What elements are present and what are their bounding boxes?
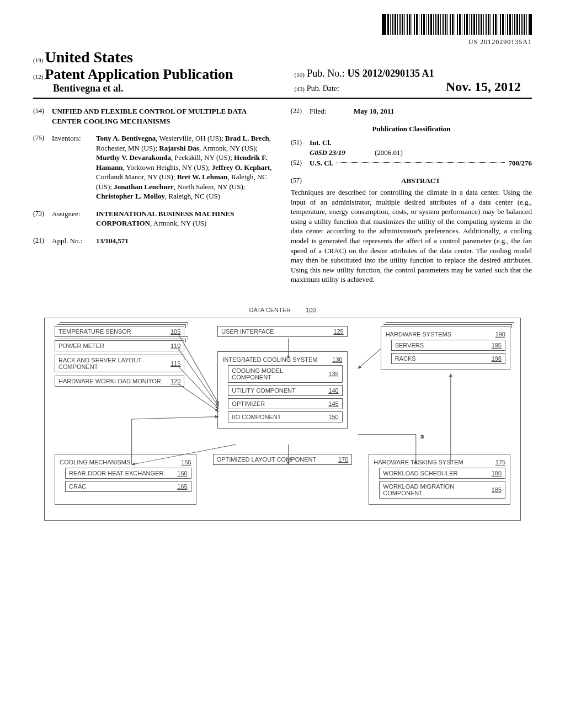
diagram-col-2: USER INTERFACE125 INTEGRATED COOLING SYS… [217, 326, 347, 432]
uscl-value: 700/276 [508, 158, 532, 168]
document-header: (19) United States (12) Patent Applicati… [33, 49, 532, 99]
user-interface-box: USER INTERFACE125 [217, 326, 347, 337]
intcl-label: Int. Cl. [310, 138, 331, 147]
prefix-52: (52) [291, 158, 310, 168]
cooling-mechanisms-box: COOLING MECHANISMS155 REAR-DOOR HEAT EXC… [55, 454, 196, 505]
migration-box: WORKLOAD MIGRATION COMPONENT185 [379, 481, 505, 499]
intcl-code: G05D 23/19 [310, 148, 345, 157]
utility-component-box: UTILITY COMPONENT140 [228, 385, 342, 396]
io-component-box: I/O COMPONENT150 [228, 411, 342, 422]
racks-box: RACKS198 [391, 353, 505, 364]
leader-dots [337, 162, 505, 163]
barcode-icon [382, 14, 532, 35]
right-column: (22) Filed: May 10, 2011 Publication Cla… [291, 106, 532, 285]
cooling-model-box: COOLING MODEL COMPONENT135 [228, 365, 342, 383]
country-name: United States [45, 49, 133, 66]
rdhx-box: REAR-DOOR HEAT EXCHANGER160 [65, 468, 191, 479]
prefix-54: (54) [33, 106, 52, 126]
diagram-col-3: HARDWARE SYSTEMS190 SERVERS195 RACKS198 [381, 326, 510, 373]
diagram-title-num: 100 [306, 307, 316, 313]
scheduler-box: WORKLOAD SCHEDULER180 [379, 468, 505, 479]
prefix-22: (22) [291, 106, 310, 116]
pub-no: US 2012/0290135 A1 [347, 68, 434, 79]
patent-page: US 20120290135A1 (19) United States (12)… [0, 0, 565, 543]
prefix-19: (19) [33, 57, 43, 63]
bibliographic-columns: (54) UNIFIED AND FLEXIBLE CONTROL OF MUL… [33, 106, 532, 285]
inventors-label: Inventors: [52, 133, 96, 201]
authors-line: Bentivegna et al. [33, 83, 295, 94]
appl-no-label: Appl. No.: [52, 236, 96, 246]
prefix-73: (73) [33, 209, 52, 228]
doc-type: Patent Application Publication [45, 66, 233, 82]
pub-classification-heading: Publication Classification [291, 124, 532, 134]
prefix-43: (43) [295, 85, 305, 92]
pub-date: Nov. 15, 2012 [446, 79, 532, 94]
abstract-heading: ABSTRACT [401, 176, 440, 185]
rack-layout-box: RACK AND SERVER LAYOUT COMPONENT115 [55, 355, 184, 372]
barcode-number: US 20120290135A1 [33, 38, 532, 46]
prefix-10: (10) [295, 71, 305, 78]
diagram-col-1: TEMPERATURE SENSOR105 POWER METER110 RAC… [55, 326, 184, 390]
ics-box: INTEGRATED COOLING SYSTEM130 COOLING MOD… [217, 351, 347, 429]
filed-date: May 10, 2011 [354, 107, 394, 115]
barcode-region: US 20120290135A1 [33, 14, 532, 46]
prefix-51: (51) [291, 138, 310, 157]
servers-box: SERVERS195 [391, 340, 505, 351]
diagram-title: DATA CENTER [249, 307, 291, 313]
assignee-label: Assignee: [52, 209, 96, 228]
opt-layout-box: OPTIMIZED LAYOUT COMPONENT170 [213, 454, 353, 465]
figure-diagram: DATA CENTER 100 TEMPERATURE SENSOR105 PO… [33, 307, 532, 521]
invention-title: UNIFIED AND FLEXIBLE CONTROL OF MULTIPLE… [52, 106, 274, 126]
hw-tasking-box: HARDWARE TASKING SYSTEM175 WORKLOAD SCHE… [369, 454, 510, 505]
connector-label-3: 3 [420, 433, 424, 439]
prefix-12: (12) [33, 73, 43, 80]
prefix-75: (75) [33, 133, 52, 201]
hw-monitor-box: HARDWARE WORKLOAD MONITOR120 [55, 376, 184, 387]
intcl-date: (2006.01) [375, 148, 403, 157]
optimizer-box: OPTIMIZER145 [228, 398, 342, 409]
hw-systems-box: HARDWARE SYSTEMS190 SERVERS195 RACKS198 [381, 326, 510, 370]
prefix-57: (57) [291, 176, 310, 186]
abstract-text: Techniques are described for controlling… [291, 188, 532, 284]
uscl-label: U.S. Cl. [310, 158, 333, 168]
prefix-21: (21) [33, 236, 52, 246]
assignee-value: INTERNATIONAL BUSINESS MACHINES CORPORAT… [96, 209, 274, 228]
power-meter-box: POWER METER110 [55, 340, 184, 351]
pub-date-label: Pub. Date: [307, 84, 339, 93]
left-column: (54) UNIFIED AND FLEXIBLE CONTROL OF MUL… [33, 106, 274, 285]
inventors-list: Tony A. Bentivegna, Westerville, OH (US)… [96, 133, 274, 201]
filed-label: Filed: [310, 106, 354, 116]
crac-box: CRAC165 [65, 481, 191, 492]
data-center-box: TEMPERATURE SENSOR105 POWER METER110 RAC… [44, 318, 521, 521]
appl-no: 13/104,571 [96, 237, 129, 245]
temp-sensor-box: TEMPERATURE SENSOR105 [55, 326, 184, 337]
pub-no-label: Pub. No.: [307, 68, 345, 79]
